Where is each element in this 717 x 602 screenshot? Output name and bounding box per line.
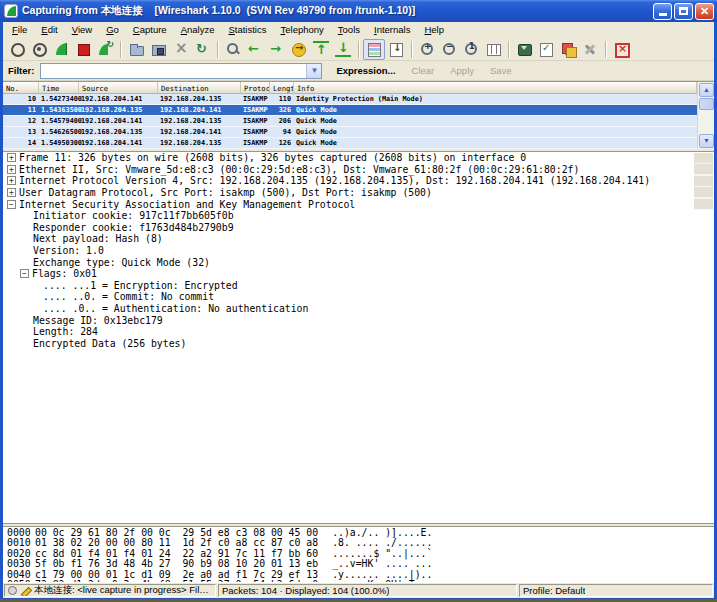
save-button[interactable]: Save (482, 63, 520, 78)
toolbar-button[interactable] (482, 39, 504, 60)
menu-item[interactable]: Tools (331, 22, 367, 37)
column-header[interactable]: Time (39, 82, 79, 94)
toolbar-button[interactable] (310, 39, 332, 60)
toolbar-button[interactable] (125, 39, 147, 60)
apply-button[interactable]: Apply (442, 63, 482, 78)
hex-row[interactable]: 0030 5f 0b f1 76 3d 48 4b 27 90 b9 08 10… (3, 559, 714, 569)
menu-item[interactable]: Telephony (274, 22, 331, 37)
title-bar[interactable]: Capturing from 本地连接 [Wireshark 1.10.0 (S… (0, 0, 717, 22)
minimize-button[interactable] (653, 3, 672, 20)
toolbar-button[interactable] (460, 39, 482, 60)
clear-button[interactable]: Clear (404, 63, 443, 78)
detail-row[interactable]: Version: 1.0 (3, 245, 714, 257)
toolbar-button[interactable] (28, 39, 50, 60)
toolbar-button[interactable] (266, 39, 288, 60)
detail-row[interactable]: .... ...1 = Encryption: Encrypted (3, 280, 714, 292)
detail-row[interactable]: Exchange type: Quick Mode (32) (3, 256, 714, 268)
expander-icon[interactable]: + (7, 165, 16, 174)
detail-row[interactable]: − Internet Security Association and Key … (3, 198, 714, 210)
detail-row[interactable]: Encrypted Data (256 bytes) (3, 338, 714, 350)
profile-text: Profile: Default (523, 585, 585, 596)
packet-row[interactable]: 14 1.54950300 192.168.204.141 192.168.20… (3, 138, 697, 149)
toolbar-button[interactable] (557, 39, 579, 60)
menu-item[interactable]: Help (417, 22, 451, 37)
toolbar-button[interactable] (579, 39, 601, 60)
toolbar-button[interactable] (535, 39, 557, 60)
detail-row[interactable]: Initiator cookie: 917c11f7bb605f0b (3, 210, 714, 222)
toolbar-button[interactable] (332, 39, 354, 60)
packet-list-scrollbar[interactable]: ▲ ▼ (697, 82, 714, 149)
capture-comment-icon[interactable] (20, 586, 30, 596)
detail-row[interactable]: Next payload: Hash (8) (3, 233, 714, 245)
chevron-down-icon[interactable]: ▼ (306, 64, 321, 78)
menu-item[interactable]: File (5, 22, 34, 37)
detail-text: Message ID: 0x13ebc179 (33, 315, 163, 326)
packet-row[interactable]: 13 1.54626500 192.168.204.135 192.168.20… (3, 127, 697, 138)
expander-icon[interactable]: + (7, 188, 16, 197)
detail-row[interactable]: Message ID: 0x13ebc179 (3, 314, 714, 326)
detail-row[interactable]: .... ..0. = Commit: No commit (3, 291, 714, 303)
menu-item[interactable]: Internals (367, 22, 417, 37)
packet-row[interactable]: 11 1.54363500 192.168.204.135 192.168.20… (3, 105, 697, 116)
column-header[interactable]: Info (294, 82, 697, 94)
toolbar-button[interactable] (222, 39, 244, 60)
detail-row[interactable]: Responder cookie: f1763d484b2790b9 (3, 222, 714, 234)
scroll-up-icon[interactable]: ▲ (699, 83, 714, 97)
scrollbar-thumb[interactable] (699, 98, 714, 110)
menu-item[interactable]: Go (99, 22, 126, 37)
toolbar-button[interactable] (244, 39, 266, 60)
status-profile-panel[interactable]: Profile: Default (519, 584, 713, 597)
maximize-button[interactable] (674, 3, 693, 20)
toolbar-button[interactable] (147, 39, 169, 60)
expander-icon[interactable]: − (7, 200, 16, 209)
status-packets-panel: Packets: 104 · Displayed: 104 (100.0%) (218, 584, 517, 597)
toolbar-button[interactable] (191, 39, 213, 60)
column-header[interactable]: Length (270, 82, 294, 94)
toolbar-button[interactable] (416, 39, 438, 60)
toolbar-button[interactable] (385, 39, 407, 60)
expander-icon[interactable]: + (7, 153, 16, 162)
column-header[interactable]: Protocol (241, 82, 270, 94)
menu-item[interactable]: Capture (126, 22, 174, 37)
column-header[interactable]: Destination (158, 82, 241, 94)
toolbar-button[interactable] (513, 39, 535, 60)
detail-row[interactable]: + Ethernet II, Src: Vmware_5d:e8:c3 (00:… (3, 164, 714, 176)
column-header[interactable]: Source (79, 82, 158, 94)
status-bar: 本地连接: <live capture in progress> File: .… (3, 582, 714, 598)
packet-row[interactable]: 10 1.54273400 192.168.204.141 192.168.20… (3, 94, 697, 105)
packet-row[interactable]: 12 1.54579400 192.168.204.141 192.168.20… (3, 116, 697, 127)
expander-icon[interactable]: + (7, 176, 16, 185)
hex-ascii: r..-.<K. QU'.T.m. (332, 580, 432, 582)
detail-row[interactable]: .... .0.. = Authentication: No authentic… (3, 303, 714, 315)
detail-text: Internet Security Association and Key Ma… (19, 199, 355, 210)
toolbar-button[interactable] (288, 39, 310, 60)
details-scrollbar-track (694, 153, 713, 210)
toolbar-button[interactable] (169, 39, 191, 60)
toolbar-button[interactable] (50, 39, 72, 60)
toolbar-button[interactable] (438, 39, 460, 60)
menu-item[interactable]: Edit (34, 22, 64, 37)
column-header[interactable]: No. (3, 82, 39, 94)
expert-info-icon[interactable] (8, 586, 17, 595)
filter-combobox[interactable]: ▼ (40, 63, 322, 79)
toolbar-button[interactable] (6, 39, 28, 60)
filter-input[interactable] (41, 65, 306, 77)
expression-button[interactable]: Expression... (328, 63, 403, 78)
toolbar-separator (605, 41, 606, 58)
detail-row[interactable]: + Frame 11: 326 bytes on wire (2608 bits… (3, 152, 714, 164)
toolbar-button[interactable] (363, 39, 385, 60)
menu-item[interactable]: Statistics (221, 22, 273, 37)
detail-row[interactable]: Length: 284 (3, 326, 714, 338)
close-button[interactable]: ✕ (695, 3, 714, 20)
menu-item[interactable]: View (65, 22, 99, 37)
packet-rows: 10 1.54273400 192.168.204.141 192.168.20… (3, 94, 697, 149)
detail-row[interactable]: + User Datagram Protocol, Src Port: isak… (3, 187, 714, 199)
menu-item[interactable]: Analyze (174, 22, 222, 37)
toolbar-button[interactable] (610, 39, 632, 60)
detail-row[interactable]: − Flags: 0x01 (3, 268, 714, 280)
toolbar-button[interactable] (72, 39, 94, 60)
detail-row[interactable]: + Internet Protocol Version 4, Src: 192.… (3, 175, 714, 187)
expander-icon[interactable]: − (20, 269, 29, 278)
scroll-down-icon[interactable]: ▼ (699, 134, 714, 148)
toolbar-button[interactable] (94, 39, 116, 60)
